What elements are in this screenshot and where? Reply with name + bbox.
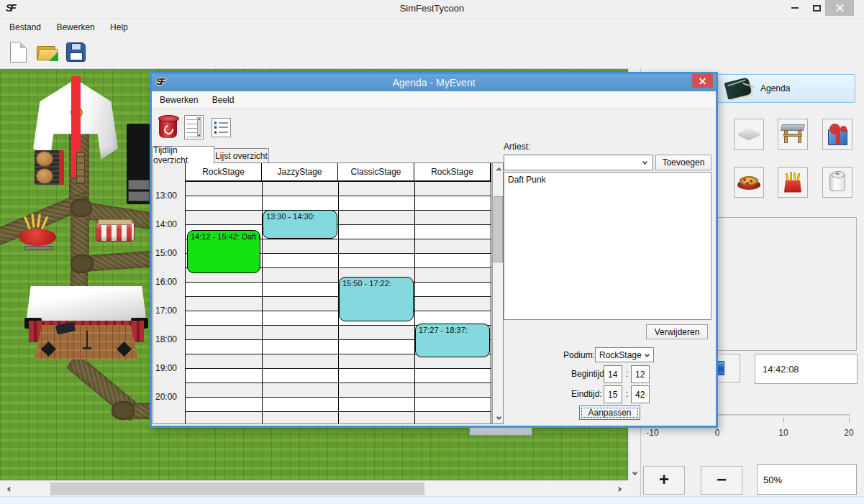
map-scroll-down-button[interactable]	[629, 464, 640, 480]
agenda-dialog: SF Agenda - MyEvent Bewerken Beeld Tijdl…	[150, 72, 718, 428]
shop-item-floor-tile[interactable]	[734, 119, 764, 150]
path-junction	[112, 401, 135, 420]
artist-label: Artiest:	[504, 142, 530, 152]
close-button[interactable]	[825, 0, 854, 16]
info-groupbox	[717, 217, 857, 351]
toilet-paper-icon	[829, 173, 845, 191]
slider-tick-label: 20	[844, 428, 853, 438]
window-title: SimFestTycoon	[0, 3, 864, 14]
agenda-button[interactable]: Agenda	[717, 74, 855, 103]
timeline-view-button[interactable]	[181, 113, 206, 142]
hour-label: 20:00	[155, 392, 177, 402]
minimize-icon	[791, 7, 799, 9]
podium-combobox[interactable]: RockStage	[595, 347, 654, 362]
floor-tile-icon	[738, 128, 760, 140]
main-stage	[26, 286, 147, 361]
open-file-button[interactable]	[33, 38, 60, 65]
list-view-icon	[212, 118, 231, 137]
hour-label: 19:00	[155, 363, 177, 373]
dialog-menu-bewerken[interactable]: Bewerken	[154, 91, 204, 109]
shop-item-gift[interactable]	[822, 119, 852, 150]
zoom-out-button[interactable]: −	[701, 466, 742, 495]
new-file-button[interactable]	[4, 38, 32, 65]
apply-button[interactable]: Aanpassen	[579, 406, 640, 420]
save-file-button[interactable]	[62, 38, 89, 65]
close-icon	[836, 4, 844, 12]
trash-icon	[159, 117, 177, 138]
shop-item-pizza[interactable]	[734, 167, 764, 198]
maximize-button[interactable]	[806, 0, 827, 16]
scrollbar-thumb[interactable]	[494, 196, 503, 262]
path-junction	[71, 198, 92, 217]
menu-bewerken[interactable]: Bewerken	[50, 19, 101, 36]
chevron-down-icon	[642, 160, 647, 165]
begin-time-label: Begintijd:	[571, 369, 606, 379]
dialog-close-button[interactable]	[692, 74, 713, 88]
schedule-event-daft-punk[interactable]: 14:12 - 15:42: Daft Punk	[187, 230, 260, 273]
chevron-down-icon	[645, 352, 650, 357]
clock-display: 14:42:08	[755, 354, 858, 384]
chevron-right-icon	[616, 486, 621, 491]
burger-stand	[35, 150, 73, 185]
chevron-down-icon	[496, 414, 501, 419]
zoom-in-button[interactable]: +	[643, 466, 685, 495]
add-artist-button[interactable]: Toevoegen	[655, 155, 711, 170]
fries-stand	[19, 216, 56, 250]
fries-icon	[783, 173, 802, 193]
dialog-titlebar[interactable]: SF Agenda - MyEvent	[152, 74, 716, 91]
delete-event-button[interactable]	[155, 114, 180, 141]
dialog-toolbar	[152, 109, 716, 145]
hour-label: 15:00	[155, 248, 177, 258]
zoom-value-input[interactable]	[757, 464, 857, 495]
schedule-event[interactable]: 13:30 - 14:30:	[263, 210, 337, 239]
speaker-stack	[127, 124, 153, 204]
artist-list-item[interactable]: Daft Punk	[504, 173, 711, 187]
chevron-down-icon	[632, 469, 637, 475]
timeline-view-icon	[184, 115, 204, 139]
hour-label: 18:00	[155, 334, 177, 344]
schedule-event[interactable]: 17:27 - 18:37:	[415, 324, 490, 357]
artist-listbox[interactable]: Daft Punk	[504, 172, 711, 320]
scroll-down-button[interactable]	[494, 411, 504, 423]
column-divider	[414, 163, 415, 423]
list-view-button[interactable]	[209, 115, 233, 139]
pizza-icon	[737, 175, 760, 190]
wood-bench	[76, 152, 85, 184]
begin-hour-input[interactable]	[604, 365, 622, 383]
tab-tijdlijn-overzicht[interactable]: Tijdlijn overzicht	[153, 146, 214, 163]
striped-stall	[96, 221, 135, 242]
schedule-scrollbar[interactable]	[492, 163, 504, 423]
app-window: SF SimFestTycoon Bestand Bewerken Help	[0, 0, 864, 504]
menu-help[interactable]: Help	[104, 19, 135, 36]
schedule-event[interactable]: 15:50 - 17:22:	[339, 277, 414, 321]
path-junction	[71, 255, 94, 273]
time-separator: :	[626, 369, 628, 379]
map-scroll-left-button[interactable]	[0, 482, 19, 496]
tab-lijst-overzicht[interactable]: Lijst overzicht	[214, 148, 269, 163]
dialog-menu-beeld[interactable]: Beeld	[206, 91, 240, 109]
window-toolbar	[0, 35, 864, 68]
maximize-icon	[813, 5, 821, 12]
shop-item-stage[interactable]	[778, 119, 808, 150]
end-minute-input[interactable]	[631, 385, 650, 403]
begin-minute-input[interactable]	[631, 365, 650, 383]
close-icon	[699, 78, 706, 84]
schedule-table: 13:00 14:00 15:00 16:00 17:00 18:00 19:0…	[153, 162, 504, 424]
remove-artist-button[interactable]: Verwijderen	[646, 324, 708, 339]
shop-item-fries[interactable]	[778, 167, 808, 198]
shop-item-toilet-paper[interactable]	[822, 167, 852, 198]
end-hour-input[interactable]	[604, 385, 622, 403]
dialog-title: Agenda - MyEvent	[152, 77, 716, 88]
map-scroll-right-button[interactable]	[609, 482, 628, 496]
column-divider	[262, 163, 263, 423]
menu-bestand[interactable]: Bestand	[3, 19, 47, 36]
scroll-up-button[interactable]	[494, 164, 504, 175]
artist-combobox[interactable]	[504, 155, 653, 170]
slider-tick-label: -10	[646, 428, 658, 438]
podium-combobox-value: RockStage	[599, 350, 642, 360]
stage-column-header: RockStage	[414, 163, 491, 180]
scrollbar-thumb[interactable]	[50, 482, 424, 495]
new-file-icon	[10, 42, 27, 63]
minimize-button[interactable]	[784, 0, 806, 16]
map-horizontal-scrollbar[interactable]	[0, 480, 628, 496]
